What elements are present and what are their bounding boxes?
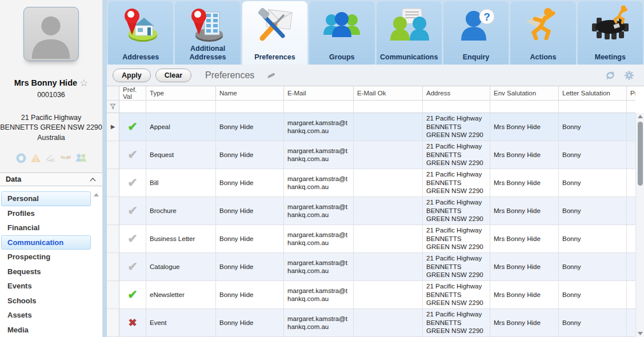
cell-type: eNewsletter xyxy=(146,281,216,309)
cell-indicator: ▶ xyxy=(107,113,119,141)
cell-pref[interactable]: ✔ xyxy=(119,113,146,141)
cell-email_ok xyxy=(354,309,423,337)
table-row[interactable]: ✔Business LetterBonny Hidemargaret.kamst… xyxy=(107,225,635,253)
filter-cell-name[interactable] xyxy=(216,101,284,113)
scroll-down-arrow-icon[interactable] xyxy=(638,332,643,335)
filter-cell-pref[interactable] xyxy=(119,101,146,113)
cell-env_salutation: Mrs Bonny Hide xyxy=(490,225,559,253)
cell-pref[interactable]: ✔ xyxy=(119,253,146,281)
sidebar-item-media[interactable]: Media xyxy=(1,323,91,337)
cell-name: Bonny Hide xyxy=(216,141,284,169)
column-header-pref[interactable]: Pref. Val xyxy=(119,86,146,101)
edit-pencil-icon[interactable] xyxy=(266,71,276,80)
column-header-address[interactable]: Address xyxy=(423,86,490,101)
favourite-star-icon[interactable]: ☆ xyxy=(79,77,88,89)
column-header-email[interactable]: E-Mail xyxy=(284,86,354,101)
data-section-header[interactable]: Data xyxy=(0,172,102,186)
cell-address: 21 Pacific Highway BENNETTS GREEN NSW 22… xyxy=(423,141,490,169)
cell-address: 21 Pacific Highway BENNETTS GREEN NSW 22… xyxy=(423,197,490,225)
tab-label: Groups xyxy=(329,53,354,61)
cell-email: margaret.kamstra@thankq.com.au xyxy=(284,197,354,225)
table-row[interactable]: ▶✔AppealBonny Hidemargaret.kamstra@thank… xyxy=(107,113,635,141)
column-header-env_salutation[interactable]: Env Salutation xyxy=(490,86,559,101)
table-row[interactable]: ✔BequestBonny Hidemargaret.kamstra@thank… xyxy=(107,141,635,169)
column-header-letter_salutation[interactable]: Letter Salutation xyxy=(559,86,627,101)
cell-pref[interactable]: ✔ xyxy=(119,169,146,197)
sidebar-item-events[interactable]: Events xyxy=(1,279,91,294)
toolbar-right-icons xyxy=(605,70,638,81)
table-row[interactable]: ✔CatalogueBonny Hidemargaret.kamstra@tha… xyxy=(107,253,635,281)
avatar[interactable] xyxy=(23,7,79,61)
table-row[interactable]: ✔BrochureBonny Hidemargaret.kamstra@than… xyxy=(107,197,635,225)
tab-addresses[interactable]: Addresses xyxy=(108,1,173,65)
cell-pref[interactable]: ✔ xyxy=(119,197,146,225)
table-row[interactable]: ✔BillBonny Hidemargaret.kamstra@thankq.c… xyxy=(107,169,635,197)
table-row[interactable]: ✖EventBonny Hidemargaret.kamstra@thankq.… xyxy=(107,309,635,337)
column-header-pr[interactable]: Pr xyxy=(627,86,635,101)
cell-pr xyxy=(627,309,635,337)
tab-actions[interactable]: Actions xyxy=(510,1,575,65)
filter-cell-type[interactable] xyxy=(146,101,216,113)
grid-filter-row xyxy=(107,101,635,113)
profile-id: 0001036 xyxy=(0,91,102,99)
svg-text:?: ? xyxy=(483,11,490,23)
meeting-table-icon xyxy=(589,5,632,45)
refresh-icon[interactable] xyxy=(605,70,616,81)
table-row[interactable]: ✔eNewsletterBonny Hidemargaret.kamstra@t… xyxy=(107,281,635,309)
sidebar-item-personal[interactable]: Personal xyxy=(1,191,91,206)
filter-cell-env_salutation[interactable] xyxy=(490,101,559,113)
sidebar-item-financial[interactable]: Financial xyxy=(1,220,91,235)
scrollbar-thumb[interactable] xyxy=(638,122,643,186)
sidebar-item-communication[interactable]: Communication xyxy=(1,235,91,250)
scroll-up-arrow-icon[interactable] xyxy=(638,115,643,118)
cell-address: 21 Pacific Highway BENNETTS GREEN NSW 22… xyxy=(423,281,490,309)
cell-pref[interactable]: ✔ xyxy=(119,141,146,169)
cell-indicator xyxy=(107,141,119,169)
filter-cell-email[interactable] xyxy=(284,101,354,113)
main-panel: Addresses Additional Addresses Preferenc… xyxy=(107,0,644,337)
cell-env_salutation: Mrs Bonny Hide xyxy=(490,197,559,225)
cell-email: margaret.kamstra@thankq.com.au xyxy=(284,113,354,141)
tab-preferences[interactable]: Preferences xyxy=(242,1,307,65)
gray-check-icon: ✔ xyxy=(127,231,138,246)
cell-pref[interactable]: ✔ xyxy=(119,225,146,253)
tab-label: Preferences xyxy=(254,53,295,61)
cell-email_ok xyxy=(354,197,423,225)
cell-env_salutation: Mrs Bonny Hide xyxy=(490,309,559,337)
cell-pref[interactable]: ✖ xyxy=(119,309,146,337)
tab-communications[interactable]: Communications xyxy=(377,1,442,65)
red-cross-icon: ✖ xyxy=(128,316,137,330)
cell-env_salutation: Mrs Bonny Hide xyxy=(490,141,559,169)
filter-cell-letter_salutation[interactable] xyxy=(559,101,627,113)
current-row-arrow-icon: ▶ xyxy=(111,123,115,131)
cell-address: 21 Pacific Highway BENNETTS GREEN NSW 22… xyxy=(423,225,490,253)
tab-additional-addresses[interactable]: Additional Addresses xyxy=(175,1,240,65)
filter-cell-email_ok[interactable] xyxy=(354,101,423,113)
tab-enquiry[interactable]: ? Enquiry xyxy=(443,1,509,65)
menu-scroll-up-icon[interactable] xyxy=(93,192,99,197)
cell-type: Catalogue xyxy=(146,253,216,281)
column-header-type[interactable]: Type xyxy=(146,86,216,101)
cell-email: margaret.kamstra@thankq.com.au xyxy=(284,309,354,337)
apply-button[interactable]: Apply xyxy=(113,69,151,82)
vertical-scrollbar[interactable] xyxy=(635,113,644,337)
tab-meetings[interactable]: Meetings xyxy=(578,1,643,65)
filter-cell-address[interactable] xyxy=(423,101,490,113)
green-check-icon: ✔ xyxy=(127,119,138,134)
cell-name: Bonny Hide xyxy=(216,169,284,197)
sidebar-item-bequests[interactable]: Bequests xyxy=(1,264,91,279)
toolbar: Apply Clear Preferences xyxy=(107,65,644,86)
column-header-email_ok[interactable]: E-Mail Ok xyxy=(354,86,423,101)
tab-groups[interactable]: Groups xyxy=(309,1,374,65)
column-header-name[interactable]: Name xyxy=(216,86,284,101)
sidebar-item-profiles[interactable]: Profiles xyxy=(1,206,91,221)
settings-gear-icon[interactable] xyxy=(623,70,635,81)
sidebar-item-schools[interactable]: Schools xyxy=(1,294,91,308)
filter-cell-pr[interactable] xyxy=(627,101,635,113)
sidebar-menu: PersonalProfilesFinancialCommunicationPr… xyxy=(0,186,102,337)
sidebar-item-prospecting[interactable]: Prospecting xyxy=(1,250,91,264)
cell-pref[interactable]: ✔ xyxy=(119,281,146,309)
clear-button[interactable]: Clear xyxy=(155,69,191,82)
sidebar-item-assets[interactable]: Assets xyxy=(1,308,91,323)
cell-pr xyxy=(627,225,635,253)
